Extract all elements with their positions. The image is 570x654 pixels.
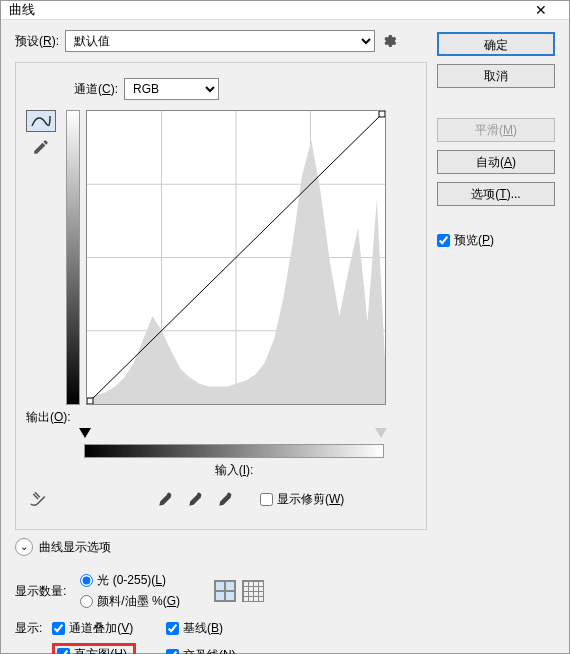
- channel-label: 通道(C):: [74, 81, 118, 98]
- slider-handles: [79, 428, 387, 438]
- target-adjust-icon[interactable]: [26, 489, 52, 509]
- svg-rect-9: [379, 111, 385, 117]
- cancel-button[interactable]: 取消: [437, 64, 555, 88]
- eyedroppers: [156, 489, 236, 509]
- grid-coarse-icon[interactable]: [214, 580, 236, 602]
- amount-row: 显示数量: 光 (0-255)(L) 颜料/油墨 %(G): [15, 572, 427, 610]
- show-options: 通道叠加(V) 基线(B) 直方图(H) 交叉线(N): [52, 620, 235, 654]
- amount-label: 显示数量:: [15, 583, 66, 600]
- gray-eyedropper-icon[interactable]: [186, 489, 206, 509]
- histogram-checkbox[interactable]: 直方图(H): [52, 643, 136, 654]
- left-panel: 预设(R): 默认值 通道(C): RGB: [15, 30, 427, 654]
- auto-button[interactable]: 自动(A): [437, 150, 555, 174]
- smooth-button[interactable]: 平滑(M): [437, 118, 555, 142]
- close-icon[interactable]: ✕: [521, 2, 561, 18]
- black-eyedropper-icon[interactable]: [156, 489, 176, 509]
- svg-rect-8: [87, 398, 93, 404]
- window-title: 曲线: [9, 1, 521, 19]
- output-label: 输出(O):: [26, 409, 84, 426]
- preview-checkbox[interactable]: 预览(P): [437, 232, 555, 249]
- amount-pigment-radio[interactable]: 颜料/油墨 %(G): [80, 593, 180, 610]
- white-eyedropper-icon[interactable]: [216, 489, 236, 509]
- black-point-handle[interactable]: [79, 428, 91, 438]
- overlay-checkbox[interactable]: 通道叠加(V): [52, 620, 136, 637]
- tool-column: [26, 110, 60, 405]
- curve-graph-wrap: [86, 110, 386, 405]
- display-options-expander[interactable]: ⌄ 曲线显示选项: [15, 538, 427, 556]
- input-gradient: [84, 444, 384, 458]
- grid-fine-icon[interactable]: [242, 580, 264, 602]
- tools-row: 显示修剪(W): [26, 489, 416, 509]
- show-label: 显示:: [15, 620, 42, 637]
- show-clipping-checkbox[interactable]: 显示修剪(W): [260, 491, 344, 508]
- main-group: 通道(C): RGB: [15, 62, 427, 530]
- output-gradient: [66, 110, 80, 405]
- preset-label: 预设(R):: [15, 33, 59, 50]
- curve-point-tool[interactable]: [26, 110, 56, 132]
- amount-light-radio[interactable]: 光 (0-255)(L): [80, 572, 180, 589]
- crosshair-checkbox[interactable]: 交叉线(N): [166, 643, 236, 654]
- curve-area: [26, 110, 416, 405]
- titlebar: 曲线 ✕: [1, 1, 569, 20]
- input-gradient-row: [84, 444, 416, 458]
- input-label: 输入(I):: [84, 462, 384, 479]
- preset-select[interactable]: 默认值: [65, 30, 375, 52]
- gear-icon[interactable]: [381, 33, 397, 49]
- ok-button[interactable]: 确定: [437, 32, 555, 56]
- amount-radios: 光 (0-255)(L) 颜料/油墨 %(G): [80, 572, 180, 610]
- expander-label: 曲线显示选项: [39, 539, 111, 556]
- curve-graph[interactable]: [86, 110, 386, 405]
- content: 预设(R): 默认值 通道(C): RGB: [1, 20, 569, 654]
- right-panel: 确定 取消 平滑(M) 自动(A) 选项(T)... 预览(P): [437, 30, 555, 654]
- collapse-icon[interactable]: ⌄: [15, 538, 33, 556]
- preset-row: 预设(R): 默认值: [15, 30, 427, 52]
- grid-size-icons: [214, 580, 264, 602]
- channel-select[interactable]: RGB: [124, 78, 219, 100]
- options-button[interactable]: 选项(T)...: [437, 182, 555, 206]
- channel-row: 通道(C): RGB: [74, 78, 416, 100]
- white-point-handle[interactable]: [375, 428, 387, 438]
- show-row: 显示: 通道叠加(V) 基线(B) 直方图(H) 交叉线(N): [15, 620, 427, 654]
- curves-dialog: 曲线 ✕ 预设(R): 默认值 通道(C): RGB: [0, 0, 570, 654]
- curve-pencil-tool[interactable]: [26, 136, 56, 158]
- baseline-checkbox[interactable]: 基线(B): [166, 620, 236, 637]
